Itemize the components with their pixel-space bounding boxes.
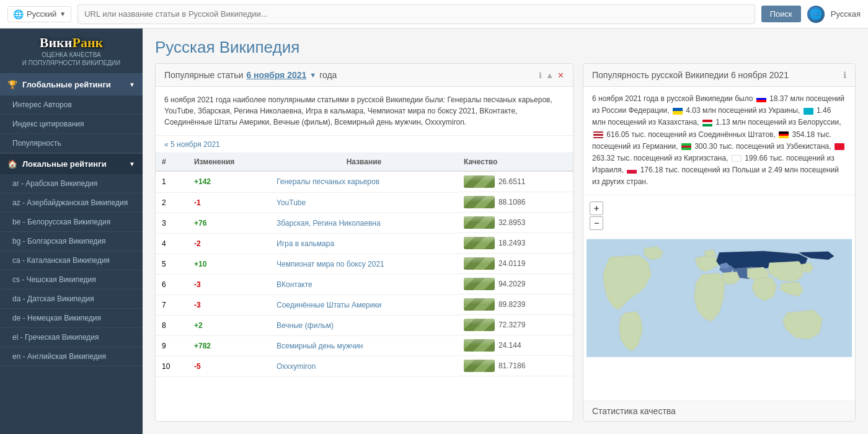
chevron-down-icon: ▼ [60, 11, 66, 17]
search-button[interactable]: Поиск [761, 6, 801, 22]
article-link[interactable]: ВКонтакте [277, 280, 312, 289]
sidebar-item-cs[interactable]: cs - Чешская Википедия [0, 270, 143, 290]
quality-value: 88.1086 [498, 198, 525, 206]
sidebar-item-ar[interactable]: ar - Арабская Википедия [0, 174, 143, 193]
map-zoom-controls: + − [590, 202, 603, 230]
article-link[interactable]: YouTube [277, 198, 306, 207]
zoom-out-button[interactable]: − [590, 216, 603, 230]
quality-badge [464, 278, 495, 290]
row-num: 2 [156, 192, 188, 213]
sidebar-item-popularity[interactable]: Популярность [0, 134, 143, 153]
article-link[interactable]: Всемирный день мужчин [277, 342, 363, 350]
table-row: 7 -3 Соединённые Штаты Америки 89.8239 [156, 294, 573, 315]
flag-uzbekistan [681, 143, 691, 150]
col-changes: Изменения [188, 153, 270, 171]
article-link[interactable]: Вечные (фильм) [277, 321, 334, 330]
sidebar-item-da[interactable]: da - Датская Википедия [0, 290, 143, 309]
row-change: -2 [188, 233, 270, 254]
row-quality: 81.7186 [458, 356, 573, 376]
home-icon: 🏠 [7, 159, 17, 169]
trophy-icon: 🏆 [7, 80, 17, 89]
article-link[interactable]: Чемпионат мира по боксу 2021 [277, 260, 384, 268]
table-row: 1 +142 Генералы песчаных карьеров 26.651… [156, 171, 573, 192]
sidebar-item-bg[interactable]: bg - Болгарская Википедия [0, 232, 143, 251]
card-header-popular: Популярные статьи 6 ноября 2021 ▼ года ℹ… [156, 64, 573, 87]
zoom-in-button[interactable]: + [590, 202, 603, 215]
quality-value: 81.7186 [498, 361, 525, 370]
flag-belarus [702, 120, 712, 126]
article-link[interactable]: Збарская, Регина Николаевна [277, 219, 381, 228]
sidebar-item-author-interest[interactable]: Интерес Авторов [0, 95, 143, 115]
sidebar-item-be[interactable]: be - Белорусская Википедия [0, 213, 143, 232]
sidebar: ВикиРанк Оценка качества и популярности … [0, 29, 143, 434]
info-icon-right[interactable]: ℹ [843, 70, 846, 80]
row-quality: 94.2029 [458, 274, 573, 294]
prev-date-link[interactable]: « 5 ноября 2021 [164, 140, 220, 149]
row-title: ВКонтакте [270, 274, 458, 294]
popularity-description: 6 ноября 2021 года в русской Википедии б… [583, 87, 855, 195]
sidebar-item-el[interactable]: el - Греческая Википедия [0, 328, 143, 347]
sidebar-item-en[interactable]: en - Английская Википедия [0, 347, 143, 366]
quality-value: 72.3279 [498, 321, 525, 329]
row-title: Игра в кальмара [270, 233, 458, 254]
sidebar-local-ratings[interactable]: 🏠 Локальные рейтинги ▼ [0, 153, 143, 174]
dropdown-icon[interactable]: ▼ [309, 71, 316, 79]
up-icon[interactable]: ▲ [546, 71, 554, 80]
sidebar-item-az[interactable]: az - Азербайджанская Википедия [0, 193, 143, 213]
quality-section-title: Статистика качества [592, 406, 676, 416]
table-row: 9 +782 Всемирный день мужчин 24.144 [156, 335, 573, 356]
row-num: 10 [156, 356, 188, 376]
article-link[interactable]: Соединённые Штаты Америки [277, 301, 381, 309]
search-input[interactable] [78, 4, 755, 24]
table-row: 8 +2 Вечные (фильм) 72.3279 [156, 315, 573, 335]
col-num: # [156, 153, 188, 171]
row-change: +142 [188, 171, 270, 192]
row-quality: 89.8239 [458, 294, 573, 315]
lang-label: Русский [27, 9, 56, 19]
globe-small-icon: 🌐 [13, 9, 24, 19]
article-link[interactable]: Генералы песчаных карьеров [277, 177, 379, 186]
article-link[interactable]: Игра в кальмара [277, 239, 334, 248]
quality-value: 32.8953 [498, 218, 525, 227]
language-selector[interactable]: 🌐 Русский ▼ [7, 6, 71, 22]
world-map-container: + − [583, 195, 855, 401]
content-area: Русская Википедия Популярные статьи 6 но… [143, 29, 868, 434]
flag-russia [756, 95, 766, 102]
logo-subtitle: Оценка качества и популярности Википедии [22, 51, 120, 67]
row-title: Генералы песчаных карьеров [270, 171, 458, 192]
quality-badge [464, 237, 495, 249]
quality-badge [464, 196, 495, 208]
sidebar-global-ratings[interactable]: 🏆 Глобальные рейтинги ▼ [0, 74, 143, 95]
quality-section: Статистика качества [583, 401, 855, 421]
card-header-icons: ℹ ▲ ✕ [539, 71, 564, 80]
row-num: 3 [156, 213, 188, 233]
globe-icon: 🌐 [807, 6, 825, 23]
row-num: 4 [156, 233, 188, 254]
article-link[interactable]: Oxxxymiron [277, 362, 316, 371]
flag-usa [593, 131, 603, 138]
card-header-prefix: Популярные статьи [164, 70, 243, 80]
sidebar-item-de[interactable]: de - Немецкая Википедия [0, 309, 143, 328]
table-row: 2 -1 YouTube 88.1086 [156, 192, 573, 213]
logo-wiki: Вики [40, 35, 73, 50]
sidebar-item-citation-index[interactable]: Индекс цитирования [0, 115, 143, 134]
close-icon[interactable]: ✕ [557, 71, 564, 80]
info-icon[interactable]: ℹ [539, 71, 542, 80]
card-date-link[interactable]: 6 ноября 2021 [246, 70, 306, 80]
row-change: +10 [188, 254, 270, 274]
flag-israel [732, 155, 742, 162]
sidebar-item-ca[interactable]: ca - Каталанская Википедия [0, 251, 143, 270]
quality-badge [464, 175, 495, 188]
row-quality: 72.3279 [458, 315, 573, 335]
flag-kyrgyzstan [835, 143, 844, 150]
articles-table: # Изменения Название Качество 1 +142 Ген… [156, 153, 573, 377]
row-quality: 24.144 [458, 335, 573, 356]
row-quality: 24.0119 [458, 254, 573, 274]
row-num: 6 [156, 274, 188, 294]
table-row: 5 +10 Чемпионат мира по боксу 2021 24.01… [156, 254, 573, 274]
row-title: Чемпионат мира по боксу 2021 [270, 254, 458, 274]
chevron-down-icon: ▼ [129, 81, 135, 88]
cards-row: Популярные статьи 6 ноября 2021 ▼ года ℹ… [143, 63, 868, 434]
card-description: 6 ноября 2021 года наиболее популярными … [156, 87, 573, 135]
row-title: Всемирный день мужчин [270, 335, 458, 356]
